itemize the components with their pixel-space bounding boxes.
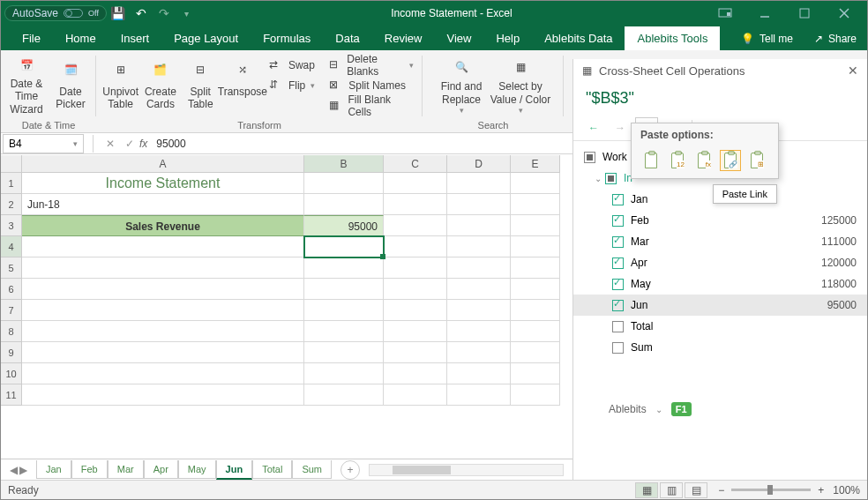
cell[interactable] — [22, 300, 304, 321]
horizontal-scrollbar[interactable] — [369, 464, 564, 476]
paste-values-icon[interactable] — [640, 150, 662, 171]
add-sheet-button[interactable]: + — [340, 460, 360, 480]
normal-view-button[interactable]: ▦ — [635, 482, 658, 498]
row-header-11[interactable]: 11 — [1, 384, 22, 406]
close-panel-icon[interactable]: ✕ — [848, 63, 858, 78]
cell[interactable] — [304, 279, 384, 300]
tab-review[interactable]: Review — [372, 26, 435, 50]
zoom-in-button[interactable]: + — [818, 484, 824, 496]
tab-ablebits-data[interactable]: Ablebits Data — [532, 26, 625, 50]
cell-b3[interactable]: 95000 — [304, 215, 384, 236]
ribbon-options-icon[interactable] — [705, 1, 745, 26]
qat-dropdown-icon[interactable]: ▾ — [176, 3, 198, 24]
cell[interactable] — [384, 384, 447, 406]
row-header-1[interactable]: 1 — [1, 173, 22, 194]
checkbox-icon[interactable] — [612, 215, 624, 227]
cell[interactable] — [511, 279, 560, 300]
cell[interactable] — [304, 363, 384, 384]
close-icon[interactable] — [824, 1, 864, 26]
sheet-tab-jan[interactable]: Jan — [36, 460, 71, 479]
expander-icon[interactable]: ⌄ — [595, 174, 602, 183]
cell[interactable] — [384, 342, 447, 363]
sheet-tab-feb[interactable]: Feb — [71, 460, 108, 479]
col-header-c[interactable]: C — [384, 155, 447, 173]
ablebits-label[interactable]: Ablebits — [609, 403, 647, 415]
cell[interactable] — [22, 342, 304, 363]
sheet-item-feb[interactable]: Feb125000 — [573, 210, 867, 231]
sheet-tab-jun[interactable]: Jun — [216, 460, 253, 480]
tab-file[interactable]: File — [10, 26, 53, 50]
tell-me[interactable]: 💡Tell me — [730, 27, 804, 50]
checkbox-icon[interactable] — [612, 321, 624, 332]
sheet-tab-may[interactable]: May — [178, 460, 216, 479]
tab-ablebits-tools[interactable]: Ablebits Tools — [625, 26, 720, 50]
row-header-10[interactable]: 10 — [1, 363, 22, 384]
select-by-button[interactable]: ▦Select by Value / Color▾ — [490, 54, 551, 116]
cell[interactable] — [511, 173, 560, 194]
date-picker-button[interactable]: 🗓️Date Picker — [49, 54, 92, 116]
cell[interactable] — [511, 384, 560, 406]
sheet-item-jun[interactable]: Jun95000 — [573, 295, 867, 316]
page-break-view-button[interactable]: ▤ — [685, 482, 707, 498]
cell[interactable] — [384, 300, 447, 321]
select-all-corner[interactable] — [1, 155, 22, 173]
cell-b4-active[interactable] — [304, 236, 384, 257]
checkbox-icon[interactable] — [584, 152, 595, 163]
autosave-toggle[interactable]: AutoSave Off — [4, 5, 107, 21]
row-header-9[interactable]: 9 — [1, 342, 22, 363]
cell[interactable] — [447, 257, 511, 279]
row-header-3[interactable]: 3 — [1, 215, 22, 236]
cell[interactable] — [304, 384, 384, 406]
prev-sheet-icon[interactable]: ◀ — [10, 464, 18, 476]
cell[interactable] — [447, 173, 511, 194]
sheet-item-apr[interactable]: Apr120000 — [573, 252, 867, 273]
maximize-icon[interactable] — [784, 1, 824, 26]
cell-a4[interactable] — [22, 236, 304, 257]
paste-formulas-icon[interactable] — [693, 150, 715, 171]
save-icon[interactable]: 💾 — [107, 3, 130, 24]
fill-blank-button[interactable]: ▦Fill Blank Cells — [326, 96, 417, 116]
checkbox-icon[interactable] — [612, 236, 624, 248]
cell[interactable] — [22, 321, 304, 342]
cell[interactable] — [447, 300, 511, 321]
cancel-formula-icon[interactable]: ✕ — [101, 134, 120, 153]
sheet-item-mar[interactable]: Mar111000 — [573, 231, 867, 252]
sheet-item-may[interactable]: May118000 — [573, 273, 867, 295]
cell[interactable] — [304, 257, 384, 279]
forward-button[interactable]: → — [609, 117, 632, 138]
cell[interactable] — [304, 300, 384, 321]
cell[interactable] — [384, 321, 447, 342]
zoom-out-button[interactable]: − — [718, 484, 724, 496]
row-header-5[interactable]: 5 — [1, 257, 22, 279]
checkbox-icon[interactable] — [612, 300, 624, 311]
paste-link-icon[interactable] — [720, 150, 741, 171]
cell[interactable] — [447, 236, 511, 257]
paste-values-12-icon[interactable] — [667, 150, 688, 171]
cell[interactable] — [511, 321, 560, 342]
tab-formulas[interactable]: Formulas — [251, 26, 323, 50]
tab-insert[interactable]: Insert — [108, 26, 162, 50]
cell[interactable] — [447, 384, 511, 406]
cell[interactable] — [22, 279, 304, 300]
col-header-b[interactable]: B — [304, 155, 384, 173]
checkbox-icon[interactable] — [605, 173, 617, 184]
swap-button[interactable]: ⇄Swap — [266, 56, 318, 75]
cell[interactable] — [511, 342, 560, 363]
sheet-item-sum[interactable]: Sum — [573, 337, 867, 358]
unpivot-table-button[interactable]: ⊞Unpivot Table — [101, 54, 139, 116]
cell[interactable] — [511, 215, 560, 236]
name-box[interactable]: B4▾ — [3, 134, 84, 153]
f1-badge[interactable]: F1 — [671, 402, 692, 416]
find-replace-button[interactable]: 🔍Find and Replace▾ — [435, 54, 488, 116]
checkbox-icon[interactable] — [612, 279, 624, 290]
cell[interactable] — [447, 194, 511, 215]
cell[interactable] — [447, 321, 511, 342]
col-header-e[interactable]: E — [511, 155, 560, 173]
tab-data[interactable]: Data — [323, 26, 371, 50]
cell[interactable] — [384, 215, 447, 236]
cell[interactable] — [384, 173, 447, 194]
cell[interactable] — [22, 363, 304, 384]
cell[interactable] — [384, 236, 447, 257]
cell-a3[interactable]: Sales Revenue — [22, 215, 304, 236]
row-header-4[interactable]: 4 — [1, 236, 22, 257]
